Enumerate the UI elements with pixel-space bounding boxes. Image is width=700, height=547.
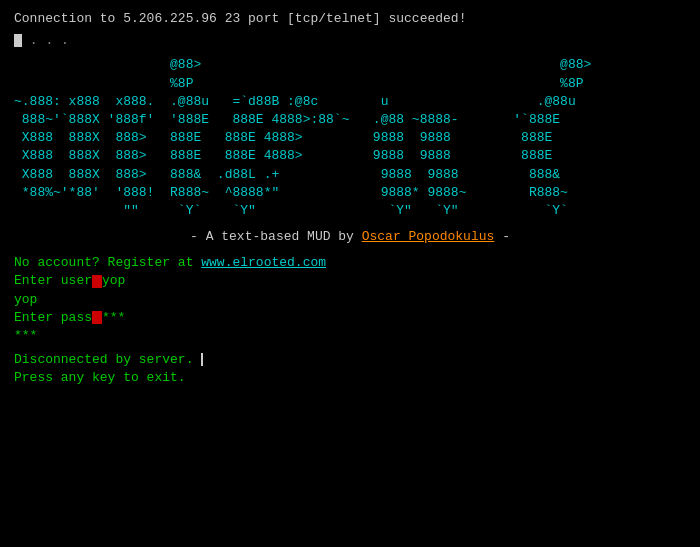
register-link[interactable]: www.elrooted.com <box>201 255 326 270</box>
enter-pass-line: Enter pass*** <box>14 309 686 327</box>
prompt-section: No account? Register at www.elrooted.com… <box>14 254 686 345</box>
art-line-2: %8P %8P <box>14 75 686 93</box>
username-echo-line: yop <box>14 291 686 309</box>
art-line-8: *88%~'*88' '888! R888~ ^8888*" 9888* 988… <box>14 184 686 202</box>
art-line-3: ~.888: x888 x888. .@88u =`d88B :@8c u .@… <box>14 93 686 111</box>
art-line-1: @88> @88> <box>14 56 686 74</box>
username-display: yop <box>102 273 125 288</box>
connection-text: Connection to 5.206.225.96 23 port [tcp/… <box>14 11 466 26</box>
user-input-cursor <box>92 275 102 288</box>
author-link[interactable]: Oscar Popodokulus <box>362 229 495 244</box>
disconnect-line: Disconnected by server. <box>14 351 686 369</box>
enter-user-line: Enter useryop <box>14 272 686 290</box>
art-line-6: X888 888X 888> 888E 888E 4888> 9888 9888… <box>14 147 686 165</box>
terminal-window: Connection to 5.206.225.96 23 port [tcp/… <box>0 0 700 547</box>
no-account-line: No account? Register at www.elrooted.com <box>14 254 686 272</box>
password-echo-line: *** <box>14 327 686 345</box>
disconnect-section: Disconnected by server. Press any key to… <box>14 351 686 387</box>
ascii-art: @88> @88> %8P %8P ~.888: x888 x888. .@88… <box>14 56 686 220</box>
cursor-icon <box>14 34 22 47</box>
connection-message: Connection to 5.206.225.96 23 port [tcp/… <box>14 10 686 28</box>
art-line-7: X888 888X 888> 888& .d88L .+ 9888 9888 8… <box>14 166 686 184</box>
subtitle-line: - A text-based MUD by Oscar Popodokulus … <box>14 228 686 246</box>
pass-input-cursor <box>92 311 102 324</box>
subtitle-dash-right: - <box>494 229 510 244</box>
cursor-line: . . . <box>14 32 686 50</box>
terminal-cursor <box>201 353 203 366</box>
art-line-9: "" `Y` `Y" `Y" `Y" `Y` <box>14 202 686 220</box>
press-any-key-line: Press any key to exit. <box>14 369 686 387</box>
art-line-4: 888~'`888X '888f' '888E 888E 4888>:88`~ … <box>14 111 686 129</box>
subtitle-dash-left: - A text-based MUD by <box>190 229 362 244</box>
password-display: *** <box>102 310 125 325</box>
art-line-5: X888 888X 888> 888E 888E 4888> 9888 9888… <box>14 129 686 147</box>
